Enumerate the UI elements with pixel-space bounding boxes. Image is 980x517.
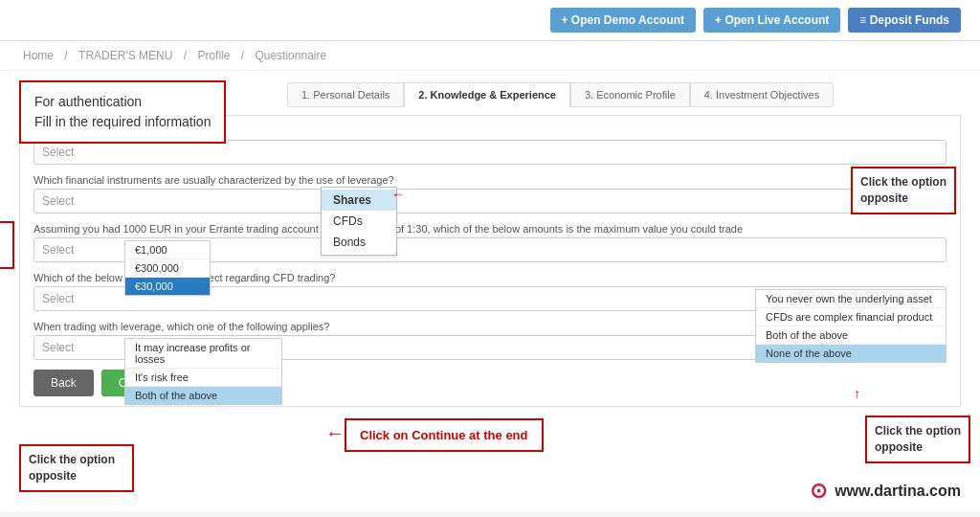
breadcrumb: Home / TRADER'S MENU / Profile / Questio… xyxy=(0,41,980,71)
cfd-option-complex[interactable]: CFDs are complex financial product xyxy=(756,308,946,326)
breadcrumb-traders-menu[interactable]: TRADER'S MENU xyxy=(78,49,172,62)
question-3-label: Assuming you had 1000 EUR in your Errant… xyxy=(33,223,947,235)
none-above-arrow-icon: ↑ xyxy=(854,386,860,401)
auth-line2: Fill in the required information xyxy=(34,112,211,132)
value-option-300000[interactable]: €300,000 xyxy=(125,259,210,278)
breadcrumb-sep1: / xyxy=(64,49,67,62)
header: + Open Demo Account + Open Live Account … xyxy=(0,0,980,41)
main-content: For authentication Fill in the required … xyxy=(0,71,980,511)
leverage-option-risk-free[interactable]: It's risk free xyxy=(125,369,281,387)
leverage-options-popup: It may increase profits or losses It's r… xyxy=(124,338,282,405)
breadcrumb-questionnaire: Questionnaire xyxy=(255,49,326,62)
cfd-options-popup: You never own the underlying asset CFDs … xyxy=(755,289,947,363)
callout-top-right: Click the option opposite xyxy=(851,167,956,214)
question-2-label: Which financial instruments are usually … xyxy=(33,174,947,186)
breadcrumb-home[interactable]: Home xyxy=(23,49,54,62)
value-option-30000[interactable]: €30,000 xyxy=(125,278,210,295)
shares-option-cfds[interactable]: CFDs xyxy=(322,211,396,232)
deposit-funds-button[interactable]: ≡ Deposit Funds xyxy=(848,8,961,33)
back-button[interactable]: Back xyxy=(33,370,94,396)
value-option-1000[interactable]: €1,000 xyxy=(125,241,210,259)
callout-mid-left: Click the option opposite xyxy=(0,221,14,269)
dartina-logo: ⊙ xyxy=(810,479,827,504)
question-2-row: Which financial instruments are usually … xyxy=(33,174,947,214)
tab-investment-objectives[interactable]: 4. Investment Objectives xyxy=(690,82,834,107)
callout-bottom-right: Click the option opposite xyxy=(865,416,970,463)
shares-arrow-icon: ← xyxy=(391,187,405,202)
question-2-select[interactable]: Select xyxy=(33,189,947,214)
open-demo-button[interactable]: + Open Demo Account xyxy=(550,8,697,33)
breadcrumb-profile[interactable]: Profile xyxy=(197,49,230,62)
leverage-option-both[interactable]: Both of the above xyxy=(125,387,281,404)
tabs-container: 1. Personal Details 2. Knowledge & Exper… xyxy=(287,82,961,107)
cfd-option-never-own[interactable]: You never own the underlying asset xyxy=(756,290,946,308)
shares-option-shares[interactable]: Shares xyxy=(322,190,396,211)
value-options-popup: €1,000 €300,000 €30,000 xyxy=(124,240,211,296)
branding-text: www.dartina.com xyxy=(835,483,961,500)
shares-options-dropdown: Shares CFDs Bonds xyxy=(321,187,397,256)
auth-instruction-box: For authentication Fill in the required … xyxy=(19,80,226,144)
branding: ⊙ www.dartina.com xyxy=(810,479,961,504)
question-3-row: Assuming you had 1000 EUR in your Errant… xyxy=(33,223,947,262)
form-container: Do you have any trading experience? Sele… xyxy=(19,115,961,407)
cfd-option-both[interactable]: Both of the above xyxy=(756,326,946,345)
shares-option-bonds[interactable]: Bonds xyxy=(322,232,396,253)
cfd-option-none[interactable]: None of the above xyxy=(756,345,946,362)
open-live-button[interactable]: + Open Live Account xyxy=(703,8,840,33)
tab-personal-details[interactable]: 1. Personal Details xyxy=(287,82,404,107)
breadcrumb-sep3: / xyxy=(241,49,244,62)
callout-bottom-left: Click the option opposite xyxy=(19,444,134,492)
callout-continue: Click on Continue at the end xyxy=(345,418,544,452)
auth-line1: For authentication xyxy=(34,92,211,112)
tab-economic-profile[interactable]: 3. Economic Profile xyxy=(570,82,690,107)
breadcrumb-sep2: / xyxy=(184,49,187,62)
tab-knowledge-experience[interactable]: 2. Knowledge & Experience xyxy=(404,82,570,107)
continue-arrow-icon: ← xyxy=(325,422,345,444)
leverage-option-increase[interactable]: It may increase profits or losses xyxy=(125,339,281,369)
